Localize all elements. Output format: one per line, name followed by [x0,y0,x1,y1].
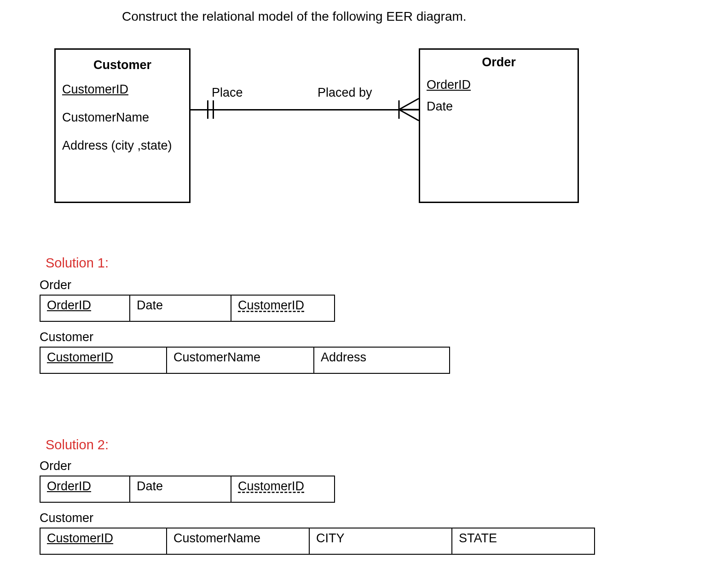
solution-2-customer-name: Customer [40,511,93,525]
entity-order-attr-1: Date [420,96,578,117]
entity-customer-attr-0: CustomerID [56,81,189,100]
solution-1-order-table: OrderID Date CustomerID [40,295,335,322]
table-row: OrderID Date CustomerID [40,295,335,321]
table-row: OrderID Date CustomerID [40,476,335,502]
col-city: CITY [309,528,452,554]
entity-order: Order OrderID Date [419,48,579,203]
solution-1-order-name: Order [40,278,71,292]
solution-1-heading: Solution 1: [46,255,109,271]
relationship-label-right: Placed by [318,86,372,100]
solution-2-order-name: Order [40,459,71,473]
svg-line-1 [399,99,419,110]
entity-customer-attr-1: CustomerName [56,100,189,128]
table-row: CustomerID CustomerName Address [40,347,450,373]
page-heading: Construct the relational model of the fo… [122,9,467,24]
solution-2-customer-table: CustomerID CustomerName CITY STATE [40,528,595,555]
col-date: Date [130,476,231,502]
entity-customer: Customer CustomerID CustomerName Address… [54,48,191,203]
col-state: STATE [452,528,595,554]
entity-customer-attr-2: Address (city ,state) [56,128,189,157]
cardinality-many-icon [393,96,421,123]
col-customerid: CustomerID [40,347,167,373]
entity-order-attr-0: OrderID [420,76,578,96]
col-orderid: OrderID [40,295,130,321]
entity-customer-title: Customer [56,50,189,81]
col-orderid: OrderID [40,476,130,502]
col-customername: CustomerName [167,528,309,554]
table-row: CustomerID CustomerName CITY STATE [40,528,595,554]
col-customerid: CustomerID [40,528,167,554]
col-customername: CustomerName [167,347,314,373]
col-customerid: CustomerID [231,476,335,502]
cardinality-one-tick-1 [207,100,208,119]
solution-1-customer-table: CustomerID CustomerName Address [40,347,450,374]
relationship-label-left: Place [212,86,243,100]
solution-1-customer-name: Customer [40,330,93,344]
col-address: Address [314,347,450,373]
col-customerid: CustomerID [231,295,335,321]
col-date: Date [130,295,231,321]
cardinality-one-tick-2 [213,100,214,119]
svg-line-3 [399,110,419,121]
solution-2-heading: Solution 2: [46,437,109,453]
solution-2-order-table: OrderID Date CustomerID [40,476,335,503]
entity-order-title: Order [420,50,578,76]
relationship-line [189,109,419,110]
